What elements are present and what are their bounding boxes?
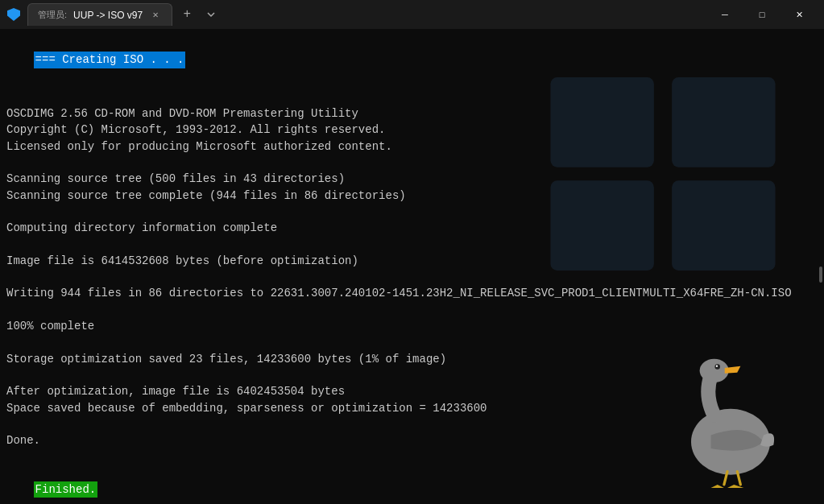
svg-point-5 xyxy=(700,359,729,382)
blank-line-5 xyxy=(6,302,818,318)
terminal-window: === Creating ISO . . . OSCDIMG 2.56 CD-R… xyxy=(0,29,824,504)
app-icon xyxy=(6,7,21,22)
line-percent: 100% complete xyxy=(6,318,818,334)
maximize-button[interactable]: □ xyxy=(743,0,781,29)
windows-watermark xyxy=(550,77,776,271)
titlebar: 管理员: UUP -> ISO v97 ✕ + ─ □ ✕ xyxy=(0,0,824,29)
svg-rect-0 xyxy=(550,77,653,167)
active-tab[interactable]: 管理员: UUP -> ISO v97 ✕ xyxy=(27,3,172,26)
window-close-button[interactable]: ✕ xyxy=(781,0,818,29)
tab-container: 管理员: UUP -> ISO v97 ✕ + xyxy=(27,3,221,26)
creating-iso-text: === Creating ISO . . . xyxy=(34,52,186,68)
new-tab-button[interactable]: + xyxy=(176,3,198,26)
svg-rect-1 xyxy=(672,77,775,167)
minimize-button[interactable]: ─ xyxy=(706,0,743,29)
window-controls: ─ □ ✕ xyxy=(706,0,818,29)
shield-icon xyxy=(7,8,20,21)
goose-image xyxy=(655,343,800,488)
svg-point-7 xyxy=(716,365,718,366)
tab-label: UUP -> ISO v97 xyxy=(73,10,143,21)
tab-badge: 管理员: xyxy=(38,9,67,21)
line-writing: Writing 944 files in 86 directories to 2… xyxy=(6,285,818,301)
svg-rect-2 xyxy=(550,180,653,271)
svg-rect-3 xyxy=(672,180,775,271)
tab-dropdown-button[interactable] xyxy=(201,5,221,24)
tab-close-button[interactable]: ✕ xyxy=(149,9,162,22)
blank-line-4 xyxy=(6,269,818,285)
finished-text: Finished. xyxy=(34,481,98,498)
titlebar-left: 管理员: UUP -> ISO v97 ✕ + xyxy=(6,3,706,26)
